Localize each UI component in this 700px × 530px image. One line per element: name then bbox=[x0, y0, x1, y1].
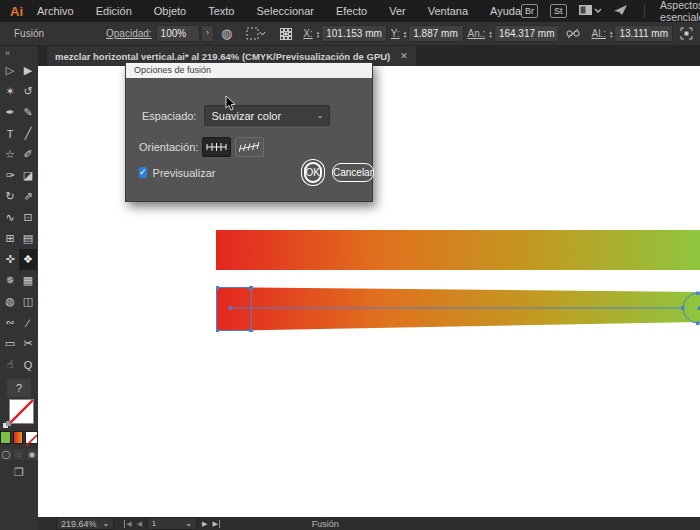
curvature-tool[interactable]: ✎ bbox=[19, 102, 37, 123]
pencil-tool[interactable]: ✑ bbox=[1, 165, 19, 186]
lasso-tool[interactable]: ↺ bbox=[19, 81, 37, 102]
collapse-tools-button[interactable]: « bbox=[0, 46, 38, 60]
menu-item-texto[interactable]: Texto bbox=[208, 5, 234, 17]
align-to-page-icon bbox=[206, 141, 227, 153]
smooth-tool[interactable]: ∾ bbox=[1, 312, 19, 333]
transform-icon[interactable] bbox=[680, 27, 693, 40]
shape-builder-tool[interactable]: ◍ bbox=[1, 291, 19, 312]
line-segment-tool[interactable]: ╱ bbox=[19, 123, 37, 144]
x-stepper[interactable]: ▴▾ bbox=[317, 30, 320, 38]
first-artboard-icon[interactable]: ◀ bbox=[124, 520, 131, 528]
align-to-page-button[interactable] bbox=[202, 137, 231, 157]
opacity-field[interactable]: 100% bbox=[156, 25, 200, 42]
ok-button[interactable]: OK bbox=[304, 162, 322, 183]
menu-item-seleccionar[interactable]: Seleccionar bbox=[256, 5, 313, 17]
gradient-bar-top[interactable] bbox=[216, 230, 700, 270]
blend-object-selected[interactable] bbox=[216, 284, 700, 332]
recolor-artwork-icon[interactable]: ◍ bbox=[221, 26, 232, 41]
fill-stroke-control[interactable] bbox=[2, 399, 36, 427]
eraser-tool[interactable]: ◪ bbox=[19, 165, 37, 186]
perspective-grid-tool[interactable]: ◫ bbox=[19, 291, 37, 312]
tab-close-icon[interactable]: ✕ bbox=[400, 51, 408, 61]
arrange-documents-icon[interactable] bbox=[579, 5, 601, 18]
fill-none-swatch[interactable] bbox=[9, 399, 34, 424]
select-similar-icon[interactable] bbox=[246, 27, 266, 40]
height-label: Al.: bbox=[591, 28, 605, 39]
zoom-level-control[interactable]: 219.64% ⌄ bbox=[56, 517, 114, 530]
artboard-number-field[interactable]: 1 ⌄ bbox=[147, 517, 197, 530]
menu-item-efecto[interactable]: Efecto bbox=[336, 5, 367, 17]
knife-tool[interactable]: ∕ bbox=[19, 312, 37, 333]
draw-inside-icon[interactable]: ◉ bbox=[27, 449, 38, 460]
star-tool[interactable]: ☆ bbox=[1, 144, 19, 165]
gradient-tool[interactable]: ▤ bbox=[19, 228, 37, 249]
workspace-switcher[interactable]: Aspectos esenciales bbox=[660, 0, 700, 23]
menu-item-edicion[interactable]: Edición bbox=[96, 5, 132, 17]
selection-tool[interactable]: ▷ bbox=[1, 60, 19, 81]
menubar-right: Br St Aspectos esenciales bbox=[521, 0, 700, 23]
x-field[interactable]: 101.153 mm bbox=[321, 25, 387, 42]
share-icon[interactable] bbox=[613, 4, 628, 18]
blend-tool[interactable]: ❖ bbox=[19, 249, 37, 270]
align-to-path-button[interactable] bbox=[235, 137, 264, 157]
width-field[interactable]: 164.317 mm bbox=[494, 25, 560, 42]
menu-item-ver[interactable]: Ver bbox=[389, 5, 406, 17]
hand-tool[interactable]: ☝ bbox=[1, 354, 19, 375]
pen-tool[interactable]: ✒ bbox=[1, 102, 19, 123]
type-tool[interactable]: T bbox=[1, 123, 19, 144]
draw-normal-icon[interactable]: ◯ bbox=[1, 449, 12, 460]
preview-label: Previsualizar bbox=[153, 167, 216, 179]
eyedropper-tool[interactable]: ✜ bbox=[1, 249, 19, 270]
gradient-swatch[interactable] bbox=[13, 431, 24, 444]
spacing-dropdown[interactable]: Suavizar color ⌄ bbox=[204, 105, 330, 126]
magic-wand-tool[interactable]: ✶ bbox=[1, 81, 19, 102]
screen-mode-icon[interactable]: ❐ bbox=[11, 466, 27, 479]
cancel-button[interactable]: Cancelar bbox=[332, 163, 374, 182]
rotate-tool[interactable]: ↻ bbox=[1, 186, 19, 207]
height-field[interactable]: 13.111 mm bbox=[614, 25, 673, 42]
menu-item-ayuda[interactable]: Ayuda bbox=[490, 5, 521, 17]
help-button[interactable]: ? bbox=[7, 379, 31, 397]
preview-checkbox[interactable]: ✓ bbox=[139, 167, 147, 178]
scale-tool[interactable]: ⇗ bbox=[19, 186, 37, 207]
opacity-label[interactable]: Opacidad: bbox=[106, 28, 152, 39]
app-logo: Ai bbox=[10, 4, 23, 19]
y-field[interactable]: 1.887 mm bbox=[408, 25, 463, 42]
zoom-tool[interactable]: Q bbox=[19, 354, 37, 375]
menu-item-ventana[interactable]: Ventana bbox=[428, 5, 468, 17]
paintbrush-tool[interactable]: ✐ bbox=[19, 144, 37, 165]
menu-item-archivo[interactable]: Archivo bbox=[37, 5, 74, 17]
direct-selection-tool[interactable]: ▶ bbox=[19, 60, 37, 81]
symbol-sprayer-tool[interactable]: ✵ bbox=[1, 270, 19, 291]
align-to-path-icon bbox=[239, 141, 260, 153]
width-tool[interactable]: ∿ bbox=[1, 207, 19, 228]
width-label: An.: bbox=[468, 28, 486, 39]
mouse-cursor bbox=[225, 96, 236, 111]
reference-point-icon[interactable] bbox=[280, 28, 292, 40]
stock-icon[interactable]: St bbox=[550, 4, 567, 18]
status-bar: 219.64% ⌄ ◀ ◀ 1 ⌄ ▶ ▶ Fusión bbox=[38, 517, 700, 530]
blend-shape[interactable] bbox=[216, 287, 700, 331]
graph-tool[interactable]: ▦ bbox=[19, 270, 37, 291]
next-artboard-icon[interactable]: ▶ bbox=[202, 520, 207, 528]
spacing-label: Espaciado: bbox=[142, 110, 196, 122]
chevron-down-icon: ⌄ bbox=[103, 519, 110, 528]
bridge-icon[interactable]: Br bbox=[521, 4, 538, 18]
height-stepper[interactable]: ▴▾ bbox=[610, 30, 613, 38]
artboard-tool[interactable]: ▭ bbox=[1, 333, 19, 354]
constrain-proportions-icon[interactable] bbox=[566, 28, 580, 39]
dialog-title[interactable]: Opciones de fusión bbox=[126, 63, 372, 78]
previous-artboard-icon[interactable]: ◀ bbox=[137, 520, 142, 528]
menu-item-objeto[interactable]: Objeto bbox=[154, 5, 186, 17]
none-swatch[interactable] bbox=[25, 431, 38, 444]
draw-behind-icon[interactable]: ◌ bbox=[14, 449, 25, 460]
y-stepper[interactable]: ▴▾ bbox=[404, 30, 407, 38]
mesh-tool[interactable]: ⊞ bbox=[1, 228, 19, 249]
slice-tool[interactable]: ✂ bbox=[19, 333, 37, 354]
drawing-modes: ◯ ◌ ◉ bbox=[0, 449, 38, 460]
color-swatch[interactable] bbox=[0, 431, 11, 444]
last-artboard-icon[interactable]: ▶ bbox=[212, 520, 219, 528]
width-stepper[interactable]: ▴▾ bbox=[489, 30, 492, 38]
opacity-expand-icon[interactable]: › bbox=[201, 25, 214, 42]
free-transform-tool[interactable]: ⊡ bbox=[19, 207, 37, 228]
